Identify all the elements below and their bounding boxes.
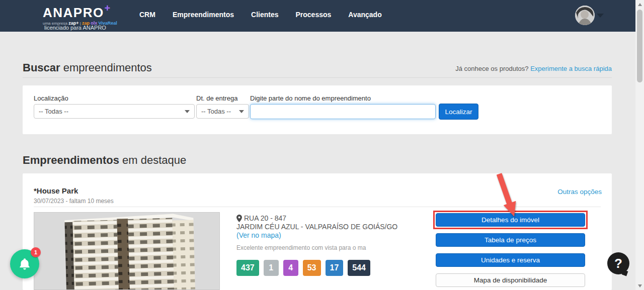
detalhes-imovel-button[interactable]: Detalhes do imóvel	[436, 213, 585, 227]
bell-icon	[18, 257, 31, 270]
name-search-label: Digite parte do nome do empreendimento	[250, 94, 371, 102]
featured-title-rest: em destaque	[119, 154, 186, 166]
notifications-button[interactable]: 1	[10, 249, 39, 278]
name-search-input[interactable]	[250, 104, 436, 119]
badge-purple[interactable]: 4	[283, 260, 298, 276]
badge-gray[interactable]: 1	[264, 260, 279, 276]
badge-blue[interactable]: 17	[326, 260, 344, 276]
help-bubble-tail	[622, 270, 628, 276]
avatar[interactable]	[575, 6, 595, 25]
nav-item-avancado[interactable]: Avançado	[348, 11, 381, 19]
main-nav: CRM Empreendimentos Clientes Processos A…	[139, 11, 382, 19]
annotation-highlight-box: Detalhes do imóvel	[433, 211, 588, 229]
badge-orange[interactable]: 53	[303, 260, 321, 276]
scrollbar-thumb[interactable]	[637, 10, 642, 82]
scroll-up-icon[interactable]	[635, 0, 644, 9]
search-card: Localização -- Todas -- Dt. de entrega -…	[23, 85, 612, 134]
unidades-reserva-button[interactable]: Unidades e reserva	[436, 253, 585, 267]
section-divider	[23, 77, 612, 78]
notification-count-badge: 1	[31, 247, 41, 257]
property-name: *House Park	[34, 186, 78, 195]
chevron-down-icon[interactable]	[597, 14, 604, 18]
quick-search-link[interactable]: Experimente a busca rápida	[530, 65, 612, 72]
nav-item-crm[interactable]: CRM	[139, 11, 155, 19]
property-address: RUA 20 - 847 JARDIM CÉU AZUL - VALPARAÍS…	[236, 214, 397, 240]
address-line1: RUA 20 - 847	[244, 214, 286, 223]
localizar-button[interactable]: Localizar	[439, 104, 478, 120]
top-navbar: ANAPRO+ uma empresa zap+ | zap olx VivaR…	[0, 0, 644, 32]
delivery-date-select[interactable]: -- Todas --	[196, 104, 249, 119]
brand-text: ANAPRO+	[43, 6, 104, 19]
vertical-scrollbar[interactable]	[635, 0, 644, 290]
location-pin-icon	[236, 215, 242, 222]
chevron-down-icon	[185, 110, 190, 113]
nav-item-clientes[interactable]: Clientes	[251, 11, 278, 19]
delivery-select-value: -- Todas --	[201, 108, 231, 115]
property-description: Excelente empreendimento com vista para …	[236, 244, 366, 251]
badge-available[interactable]: 437	[236, 260, 259, 276]
licensed-text: licenciado para ANAPRO	[44, 25, 106, 31]
user-menu[interactable]	[575, 6, 604, 25]
promo-question: Já conhece os produtos?	[455, 65, 528, 72]
help-button[interactable]: ?	[607, 252, 630, 275]
badge-total[interactable]: 544	[348, 260, 370, 276]
featured-title-bold: Empreendimentos	[23, 154, 119, 166]
address-line2: JARDIM CÉU AZUL - VALPARAÍSO DE GOIÁS/GO	[236, 223, 397, 231]
location-select-value: -- Todas --	[39, 108, 68, 115]
view-map-link[interactable]: (Ver no mapa)	[236, 231, 281, 239]
nav-item-empreendimentos[interactable]: Empreendimentos	[173, 11, 234, 19]
anapro-logo[interactable]: ANAPRO+ uma empresa zap+ | zap olx VivaR…	[43, 6, 143, 26]
featured-section-title: Empreendimentos em destaque	[23, 154, 186, 167]
tabela-precos-button[interactable]: Tabela de preços	[436, 233, 585, 247]
card-divider	[34, 207, 601, 207]
search-title-rest: empreendimentos	[60, 61, 152, 74]
other-options-link[interactable]: Outras opções	[557, 188, 602, 196]
promo-text: Já conhece os produtos? Experimente a bu…	[455, 65, 612, 72]
page: ANAPRO+ uma empresa zap+ | zap olx VivaR…	[0, 0, 644, 290]
unit-status-badges: 437 1 4 53 17 544	[236, 260, 370, 276]
property-photo[interactable]	[34, 212, 220, 290]
chevron-down-icon	[239, 110, 244, 113]
property-card: *House Park 30/07/2023 - faltam 10 meses…	[23, 173, 612, 290]
scroll-down-icon[interactable]	[635, 281, 644, 290]
search-title-bold: Buscar	[23, 61, 60, 74]
building-image	[34, 213, 219, 289]
search-section-title: Buscar empreendimentos	[23, 61, 152, 74]
location-label: Localização	[34, 94, 68, 102]
location-select[interactable]: -- Todas --	[34, 104, 195, 119]
nav-item-processos[interactable]: Processos	[296, 11, 332, 19]
brand-plus-icon: +	[104, 3, 111, 13]
delivery-date-label: Dt. de entrega	[196, 94, 237, 102]
mapa-disponibilidade-button[interactable]: Mapa de disponibilidade	[436, 273, 585, 287]
property-delivery-info: 30/07/2023 - faltam 10 meses	[34, 198, 114, 205]
avatar-photo	[575, 6, 595, 25]
